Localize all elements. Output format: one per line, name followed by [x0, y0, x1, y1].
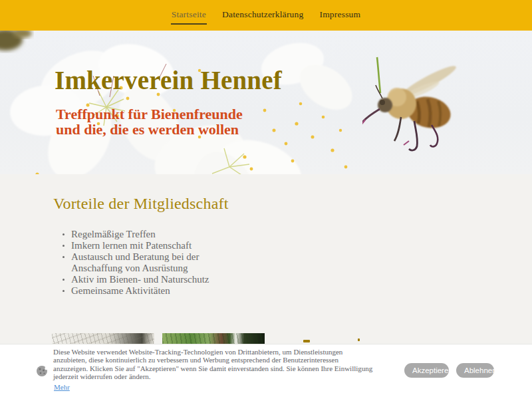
accept-button[interactable]: Akzeptieren: [404, 363, 449, 378]
cookie-icon: [36, 365, 48, 377]
clipped-heading-fragment: [303, 340, 310, 342]
nav-item-impressum[interactable]: Impressum: [319, 7, 361, 25]
list-item: Austausch und Beratung bei der Anschaffu…: [61, 251, 209, 274]
nav-item-startseite[interactable]: Startseite: [171, 7, 207, 25]
list-item: Aktiv im Bienen- und Naturschutz: [61, 274, 209, 285]
site-title: Imkerverein Hennef: [55, 65, 282, 95]
benefits-list: Regelmäßige Treffen Imkern lernen mit Pa…: [61, 229, 209, 297]
top-navigation: Startseite Datenschutzerklärung Impressu…: [0, 0, 532, 31]
bee-icon: [362, 56, 469, 152]
list-item: Imkern lernen mit Patenschaft: [61, 240, 209, 251]
list-item: Regelmäßige Treffen: [61, 229, 209, 240]
hero-section: Imkerverein Hennef Treffpunkt für Bienen…: [0, 31, 532, 174]
benefits-heading: Vorteile der Mitgliedschaft: [53, 195, 229, 213]
nav-item-datenschutzerklaerung[interactable]: Datenschutzerklärung: [221, 7, 304, 25]
clipped-heading-fragment: [358, 338, 360, 341]
list-item: Gemeinsame Aktivitäten: [61, 285, 209, 297]
cookie-message: Diese Website verwendet Website-Tracking…: [53, 348, 372, 380]
imkerverein-hennef-page: Startseite Datenschutzerklärung Impressu…: [0, 0, 532, 399]
decline-button[interactable]: Ablehnen: [456, 363, 494, 378]
site-subtitle: Treffpunkt für Bienenfreunde und die, di…: [56, 106, 243, 137]
cookie-more-link[interactable]: Mehr: [54, 383, 70, 391]
